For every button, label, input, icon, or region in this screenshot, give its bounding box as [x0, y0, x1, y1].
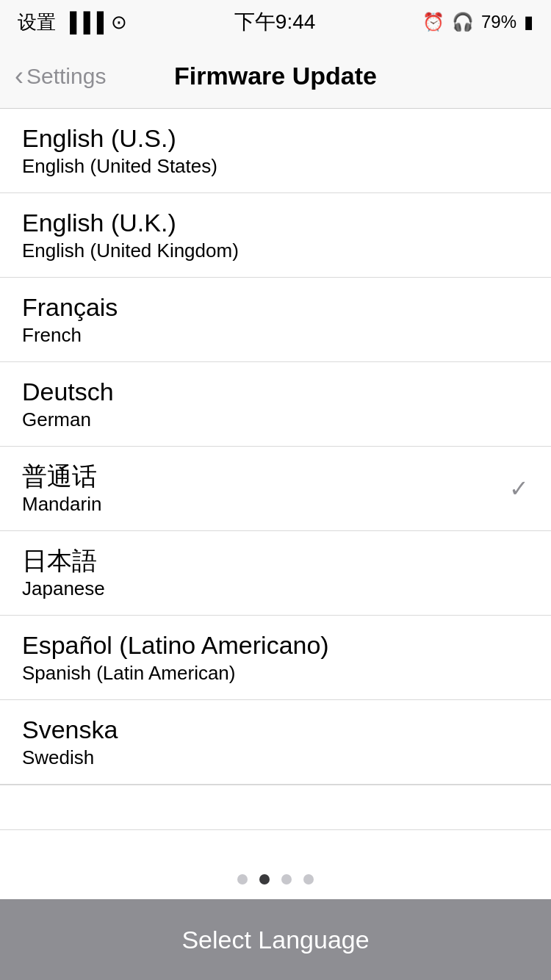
language-subtitle: English (United Kingdom)	[22, 239, 239, 264]
status-time: 下午9:44	[234, 8, 316, 36]
headphones-icon: 🎧	[452, 12, 474, 32]
page-dot	[237, 874, 248, 884]
language-subtitle: French	[22, 323, 118, 348]
page-dot	[259, 874, 270, 884]
language-item-content: 普通话Mandarin	[22, 460, 101, 517]
select-language-button[interactable]: Select Language	[181, 926, 369, 954]
language-item-content: FrançaisFrench	[22, 291, 118, 348]
wifi-icon: ⊙	[111, 11, 127, 34]
signal-bars-icon: ▐▐▐	[63, 11, 104, 34]
status-right: ⏰ 🎧 79% ▮	[422, 12, 533, 32]
language-item-content: SvenskaSwedish	[22, 713, 118, 771]
checkmark-icon: ✓	[509, 475, 529, 502]
language-item-content: DeutschGerman	[22, 375, 114, 433]
carrier-label: 设置	[18, 10, 56, 35]
language-item[interactable]: 日本語Japanese	[0, 531, 551, 616]
language-name: 普通话	[22, 460, 101, 492]
language-item[interactable]: 普通话Mandarin✓	[0, 447, 551, 531]
language-list: English (U.S.)English (United States)Eng…	[0, 109, 551, 785]
back-chevron-icon: ‹	[15, 61, 24, 92]
language-item-content: 日本語Japanese	[22, 544, 105, 602]
divider-bottom	[0, 829, 551, 830]
language-subtitle: Swedish	[22, 746, 118, 771]
battery-icon: ▮	[524, 12, 533, 32]
nav-bar: ‹ Settings Firmware Update	[0, 44, 551, 109]
language-name: 日本語	[22, 544, 105, 577]
language-name: English (U.S.)	[22, 122, 217, 154]
language-subtitle: Japanese	[22, 577, 105, 602]
page-dot	[281, 874, 292, 884]
bottom-bar: Select Language	[0, 899, 551, 980]
language-name: Français	[22, 291, 118, 323]
language-item[interactable]: English (U.K.)English (United Kingdom)	[0, 193, 551, 278]
language-item-content: English (U.S.)English (United States)	[22, 122, 217, 179]
language-item-content: Español (Latino Americano)Spanish (Latin…	[22, 629, 329, 686]
language-name: English (U.K.)	[22, 206, 239, 239]
language-subtitle: German	[22, 408, 114, 433]
status-bar: 设置 ▐▐▐ ⊙ 下午9:44 ⏰ 🎧 79% ▮	[0, 0, 551, 44]
language-subtitle: Spanish (Latin American)	[22, 661, 329, 686]
page-dots	[0, 874, 551, 884]
language-item[interactable]: FrançaisFrench	[0, 278, 551, 362]
battery-label: 79%	[481, 12, 516, 32]
language-item[interactable]: DeutschGerman	[0, 362, 551, 447]
language-name: Español (Latino Americano)	[22, 629, 329, 661]
language-item[interactable]: SvenskaSwedish	[0, 700, 551, 785]
language-name: Deutsch	[22, 375, 114, 408]
page-title: Firmware Update	[174, 62, 377, 90]
language-name: Svenska	[22, 713, 118, 746]
alarm-icon: ⏰	[422, 12, 444, 32]
status-left: 设置 ▐▐▐ ⊙	[18, 10, 127, 35]
page-dot	[303, 874, 314, 884]
language-item[interactable]: English (U.S.)English (United States)	[0, 109, 551, 193]
language-subtitle: Mandarin	[22, 492, 101, 517]
back-button[interactable]: ‹ Settings	[15, 61, 106, 92]
language-item-content: English (U.K.)English (United Kingdom)	[22, 206, 239, 264]
language-subtitle: English (United States)	[22, 154, 217, 179]
back-label: Settings	[26, 64, 106, 89]
language-item[interactable]: Español (Latino Americano)Spanish (Latin…	[0, 616, 551, 700]
